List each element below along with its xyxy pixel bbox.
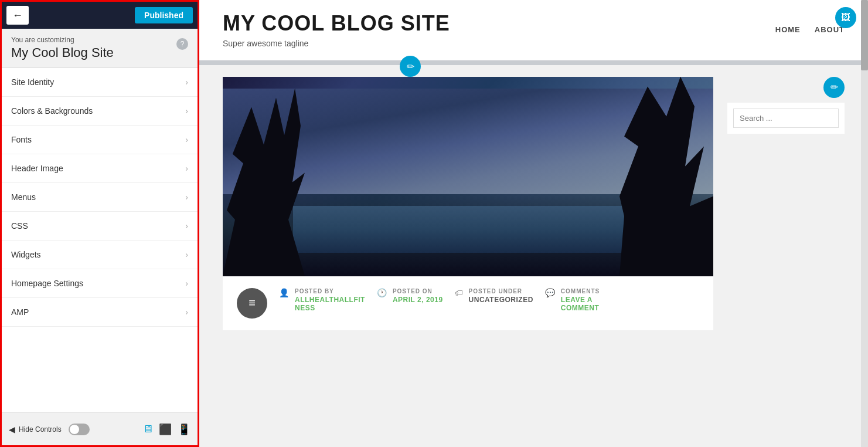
edit-header-button[interactable]: ✏	[400, 56, 421, 77]
site-title: MY COOL BLOG SITE	[223, 12, 450, 35]
nav-items: Site Identity›Colors & Backgrounds›Fonts…	[2, 68, 198, 412]
sidebar-item-amp[interactable]: AMP›	[2, 298, 198, 327]
comments-group: 💬 COMMENTS LEAVE ACOMMENT	[545, 288, 600, 312]
posted-on-item: POSTED ON APRIL 2, 2019	[393, 288, 443, 304]
content-area: ≡ 👤 POSTED BY ALLHEALTHALLFITNESS 🕐 POST…	[199, 65, 868, 342]
sidebar-item-menus[interactable]: Menus›	[2, 183, 198, 212]
sidebar-item-label: Site Identity	[11, 77, 54, 87]
clock-icon: 🕐	[377, 288, 387, 297]
chevron-icon: ›	[185, 221, 188, 231]
main-content: ≡ 👤 POSTED BY ALLHEALTHALLFITNESS 🕐 POST…	[223, 77, 713, 330]
search-input[interactable]	[733, 109, 839, 128]
scrollbar[interactable]	[861, 0, 868, 447]
posted-under-value: UNCATEGORIZED	[469, 296, 533, 304]
desktop-icon[interactable]: 🖥	[142, 423, 153, 435]
chevron-icon: ›	[185, 106, 188, 116]
widget-area: ✏	[727, 77, 845, 330]
chevron-icon: ›	[185, 77, 188, 87]
sidebar-item-colors-backgrounds[interactable]: Colors & Backgrounds›	[2, 97, 198, 126]
comment-icon: 💬	[545, 288, 555, 297]
header-divider	[199, 60, 868, 65]
site-name: My Cool Blog Site	[11, 45, 114, 60]
device-icons: 🖥 ⬛ 📱	[142, 423, 190, 436]
search-widget	[727, 103, 845, 134]
posted-by-label: POSTED BY	[295, 288, 365, 294]
chevron-icon: ›	[185, 279, 188, 288]
person-icon: 👤	[279, 288, 289, 297]
posted-under-group: 🏷 POSTED UNDER UNCATEGORIZED	[455, 288, 533, 304]
sidebar-item-homepage-settings[interactable]: Homepage Settings›	[2, 269, 198, 298]
sidebar-item-site-identity[interactable]: Site Identity›	[2, 68, 198, 97]
posted-by-item: POSTED BY ALLHEALTHALLFITNESS	[295, 288, 365, 312]
posted-on-group: 🕐 POSTED ON APRIL 2, 2019	[377, 288, 443, 304]
sidebar-item-label: Menus	[11, 192, 36, 202]
sidebar-item-label: Header Image	[11, 164, 63, 173]
posted-by-group: 👤 POSTED BY ALLHEALTHALLFITNESS	[279, 288, 365, 312]
sidebar-item-widgets[interactable]: Widgets›	[2, 241, 198, 269]
comments-item: COMMENTS LEAVE ACOMMENT	[561, 288, 600, 312]
chevron-icon: ›	[185, 135, 188, 144]
posted-under-label: POSTED UNDER	[469, 288, 533, 294]
edit-widget-button[interactable]: ✏	[823, 77, 845, 98]
sidebar: ← Published You are customizing My Cool …	[0, 0, 199, 447]
customizing-section: You are customizing My Cool Blog Site ?	[2, 29, 198, 68]
comments-value: LEAVE ACOMMENT	[561, 296, 600, 312]
sidebar-item-label: Homepage Settings	[11, 279, 83, 288]
sidebar-item-label: CSS	[11, 221, 28, 231]
sidebar-item-fonts[interactable]: Fonts›	[2, 126, 198, 154]
help-icon[interactable]: ?	[176, 38, 188, 50]
post-meta: ≡ 👤 POSTED BY ALLHEALTHALLFITNESS 🕐 POST…	[223, 276, 713, 330]
posted-on-value: APRIL 2, 2019	[393, 296, 443, 304]
chevron-icon: ›	[185, 250, 188, 259]
posted-under-item: POSTED UNDER UNCATEGORIZED	[469, 288, 533, 304]
site-tagline: Super awesome tagline	[223, 39, 450, 48]
chevron-icon: ›	[185, 164, 188, 173]
hide-controls-label: Hide Controls	[19, 425, 62, 434]
post-avatar: ≡	[237, 288, 267, 319]
chevron-icon: ›	[185, 192, 188, 202]
sidebar-header: ← Published	[2, 2, 198, 29]
sidebar-item-label: Widgets	[11, 250, 41, 259]
mobile-icon[interactable]: 📱	[178, 423, 190, 436]
site-nav: HOME ABOUT	[775, 25, 845, 34]
sidebar-item-label: AMP	[11, 307, 29, 317]
water	[293, 206, 637, 253]
chevron-icon: ›	[185, 307, 188, 317]
sidebar-item-label: Fonts	[11, 135, 32, 144]
customizing-info: You are customizing My Cool Blog Site	[11, 36, 114, 60]
sidebar-footer: ◀ Hide Controls 🖥 ⬛ 📱	[2, 412, 198, 445]
sidebar-item-label: Colors & Backgrounds	[11, 106, 93, 116]
scrollbar-thumb[interactable]	[861, 0, 868, 70]
hide-controls-toggle[interactable]	[69, 424, 90, 435]
preview-icon-button[interactable]: 🖼	[835, 7, 856, 28]
back-icon: ←	[12, 9, 23, 22]
site-title-area: MY COOL BLOG SITE Super awesome tagline	[223, 12, 450, 48]
posted-by-value: ALLHEALTHALLFITNESS	[295, 296, 365, 312]
sidebar-item-header-image[interactable]: Header Image›	[2, 154, 198, 183]
tag-icon: 🏷	[455, 288, 463, 297]
preview-area: MY COOL BLOG SITE Super awesome tagline …	[199, 0, 868, 447]
customizing-label: You are customizing	[11, 36, 114, 44]
nav-home[interactable]: HOME	[775, 25, 801, 34]
sidebar-item-css[interactable]: CSS›	[2, 212, 198, 241]
comments-label: COMMENTS	[561, 288, 600, 294]
site-header: MY COOL BLOG SITE Super awesome tagline …	[199, 0, 868, 60]
tablet-icon[interactable]: ⬛	[159, 423, 172, 436]
back-button[interactable]: ←	[6, 6, 29, 25]
hero-image	[223, 77, 713, 276]
hide-controls-arrow: ◀	[9, 425, 15, 434]
preview-content: MY COOL BLOG SITE Super awesome tagline …	[199, 0, 868, 447]
published-button[interactable]: Published	[135, 7, 193, 23]
posted-on-label: POSTED ON	[393, 288, 443, 294]
hide-controls-button[interactable]: ◀ Hide Controls	[9, 425, 62, 434]
